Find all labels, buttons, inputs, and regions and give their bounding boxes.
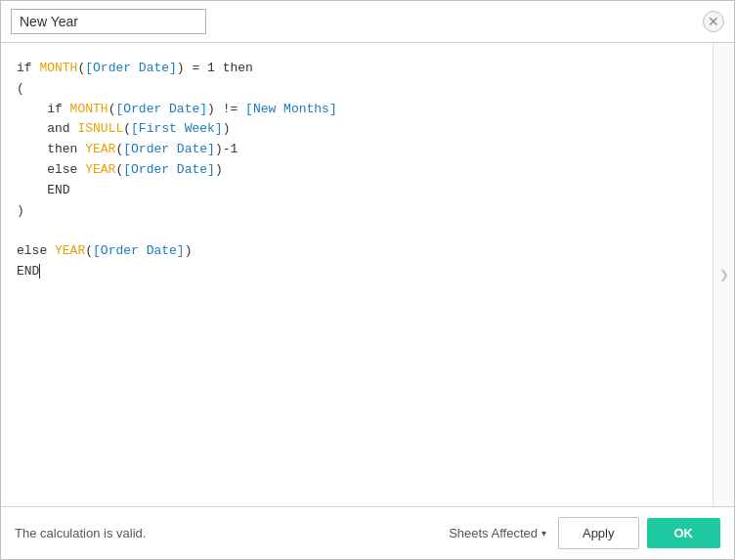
code-line-1: if MONTH([Order Date]) = 1 then: [17, 59, 697, 79]
code-line-9: [17, 221, 697, 241]
sheets-affected-label: Sheets Affected: [449, 526, 538, 540]
code-line-6: else YEAR([Order Date]): [17, 160, 697, 181]
dialog-footer: The calculation is valid. Sheets Affecte…: [1, 506, 734, 559]
code-line-8: ): [17, 201, 697, 222]
code-line-3: if MONTH([Order Date]) != [New Months]: [17, 100, 697, 120]
apply-button[interactable]: Apply: [558, 517, 639, 549]
close-icon: ✕: [708, 14, 719, 29]
code-editor[interactable]: if MONTH([Order Date]) = 1 then ( if MON…: [1, 43, 713, 506]
footer-actions: Sheets Affected ▾ Apply OK: [445, 517, 720, 549]
validation-status: The calculation is valid.: [15, 526, 445, 540]
code-line-11: END: [17, 262, 697, 282]
close-button[interactable]: ✕: [703, 11, 724, 32]
code-line-2: (: [17, 79, 697, 100]
calculation-dialog: ✕ if MONTH([Order Date]) = 1 then ( if M…: [0, 0, 735, 560]
dialog-header: ✕: [1, 1, 734, 43]
calculation-name-input[interactable]: [11, 9, 206, 34]
chevron-down-icon: ▾: [541, 528, 546, 538]
code-line-10: else YEAR([Order Date]): [17, 241, 697, 262]
code-line-4: and ISNULL([First Week]): [17, 119, 697, 140]
code-line-5: then YEAR([Order Date])-1: [17, 140, 697, 160]
sheets-affected-button[interactable]: Sheets Affected ▾: [445, 524, 550, 542]
dialog-body: if MONTH([Order Date]) = 1 then ( if MON…: [1, 43, 734, 506]
ok-button[interactable]: OK: [647, 518, 721, 548]
right-panel: ❯: [713, 43, 734, 506]
expand-icon[interactable]: ❯: [719, 268, 729, 281]
code-line-7: END: [17, 181, 697, 201]
